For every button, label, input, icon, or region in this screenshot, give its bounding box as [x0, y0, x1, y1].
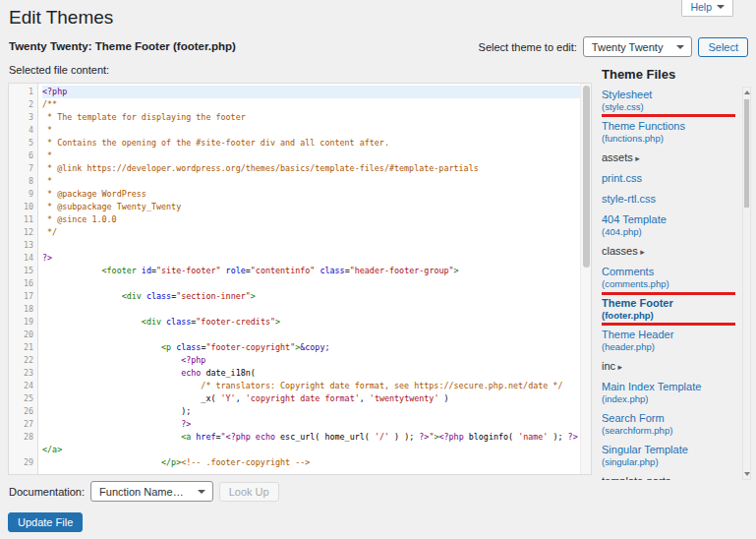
- documentation-select[interactable]: Function Name…: [90, 481, 213, 502]
- documentation-row: Documentation: Function Name… Look Up: [9, 481, 279, 502]
- theme-file-filename: (404.php): [602, 226, 735, 237]
- lookup-button[interactable]: Look Up: [219, 482, 279, 502]
- theme-file-label: print.css: [602, 172, 735, 185]
- code-line[interactable]: *: [42, 150, 580, 162]
- code-line[interactable]: * @link https://developer.wordpress.org/…: [42, 162, 580, 175]
- documentation-label: Documentation:: [9, 486, 85, 498]
- code-line[interactable]: * @package WordPress: [42, 188, 580, 201]
- theme-file-label: assets ▸: [602, 151, 735, 165]
- line-number: 7: [9, 162, 33, 175]
- code-editor[interactable]: 1234567891011121314151617181920212223242…: [8, 83, 592, 475]
- theme-file-link[interactable]: print.css: [602, 172, 735, 185]
- code-line[interactable]: [42, 303, 580, 316]
- line-number: 8: [9, 175, 33, 188]
- theme-file-filename: (functions.php): [602, 133, 735, 144]
- folder-expand-icon: ▸: [633, 153, 640, 163]
- line-number: 20: [9, 329, 33, 341]
- scroll-up-icon[interactable]: [744, 90, 750, 94]
- theme-file-label: template-parts ▸: [602, 475, 735, 480]
- chevron-down-icon: [717, 5, 725, 9]
- line-number: 28: [9, 431, 33, 444]
- line-number: [9, 444, 33, 456]
- theme-file-link[interactable]: style-rtl.css: [602, 193, 735, 206]
- line-number: 4: [9, 124, 33, 137]
- update-file-button[interactable]: Update File: [8, 512, 83, 532]
- code-lines[interactable]: <?php/** * The template for displaying t…: [38, 84, 580, 474]
- theme-file-link[interactable]: Theme Functions(functions.php): [602, 120, 735, 144]
- folder-expand-icon: ▸: [615, 362, 622, 372]
- code-line[interactable]: [42, 277, 580, 290]
- line-number: 14: [9, 252, 33, 265]
- code-line[interactable]: /**: [42, 98, 580, 111]
- sidebar-scrollbar[interactable]: [742, 87, 751, 480]
- code-line[interactable]: *: [42, 175, 580, 188]
- code-line[interactable]: * Contains the opening of the #site-foot…: [42, 137, 580, 150]
- line-number: 15: [9, 265, 33, 277]
- select-theme-button[interactable]: Select: [698, 37, 748, 57]
- theme-file-link[interactable]: Stylesheet(style.css): [602, 89, 735, 112]
- code-line[interactable]: </a>: [42, 444, 580, 456]
- code-line[interactable]: ?>: [42, 418, 580, 431]
- theme-file-link[interactable]: Comments(comments.php): [602, 266, 735, 289]
- code-line[interactable]: /* translators: Copyright date format, s…: [42, 380, 580, 392]
- theme-file-link[interactable]: Search Form(searchform.php): [602, 412, 735, 436]
- theme-file-label: Singular Template: [602, 444, 735, 456]
- line-number: 12: [9, 226, 33, 239]
- theme-file-filename: (style.css): [602, 101, 735, 112]
- code-line[interactable]: */: [42, 226, 580, 239]
- code-line[interactable]: <div class="footer-credits">: [42, 316, 580, 329]
- chevron-down-icon: [676, 45, 684, 49]
- theme-select-group: Select theme to edit: Twenty Twenty Sele…: [479, 36, 748, 57]
- current-file-heading: Twenty Twenty: Theme Footer (footer.php): [9, 40, 236, 52]
- code-line[interactable]: <footer id="site-footer" role="contentin…: [42, 265, 580, 277]
- scroll-down-icon[interactable]: [744, 472, 750, 476]
- line-number: 9: [9, 188, 33, 201]
- theme-file-label: inc ▸: [602, 360, 735, 374]
- theme-file-label: Theme Footer: [602, 297, 735, 310]
- code-line[interactable]: <a href="<?php echo esc_url( home_url( '…: [42, 431, 580, 444]
- code-line[interactable]: * @subpackage Twenty_Twenty: [42, 201, 580, 213]
- code-line[interactable]: <p class="footer-copyright">&copy;: [42, 341, 580, 354]
- line-number: 25: [9, 392, 33, 405]
- theme-file-link[interactable]: Main Index Template(index.php): [602, 381, 735, 404]
- code-line[interactable]: [42, 329, 580, 341]
- code-line[interactable]: <?php: [42, 354, 580, 367]
- theme-select[interactable]: Twenty Twenty: [583, 36, 693, 57]
- theme-folder-item[interactable]: inc ▸: [602, 360, 735, 374]
- code-line[interactable]: _x( 'Y', 'copyright date format', 'twent…: [42, 392, 580, 405]
- theme-file-label: Comments: [602, 266, 735, 278]
- line-number: 27: [9, 418, 33, 431]
- editor-scrollbar-thumb[interactable]: [583, 86, 590, 268]
- theme-file-filename: (singular.php): [602, 456, 735, 467]
- theme-file-label: style-rtl.css: [602, 193, 735, 206]
- code-line[interactable]: );: [42, 405, 580, 418]
- theme-folder-item[interactable]: classes ▸: [602, 245, 735, 259]
- theme-file-link[interactable]: Theme Header(header.php): [602, 329, 735, 352]
- theme-file-label: Theme Functions: [602, 120, 735, 133]
- code-line[interactable]: echo date_i18n(: [42, 367, 580, 380]
- code-line[interactable]: ?>: [42, 252, 580, 265]
- theme-select-value: Twenty Twenty: [592, 41, 664, 53]
- theme-file-link[interactable]: 404 Template(404.php): [602, 213, 735, 237]
- theme-file-link[interactable]: Theme Footer(footer.php): [602, 297, 735, 321]
- page-title: Edit Themes: [9, 7, 113, 29]
- code-line[interactable]: * The template for displaying the footer: [42, 111, 580, 124]
- theme-file-link[interactable]: Singular Template(singular.php): [602, 444, 735, 467]
- select-theme-label: Select theme to edit:: [479, 41, 577, 53]
- code-line[interactable]: <div class="section-inner">: [42, 290, 580, 303]
- code-line[interactable]: <?php: [42, 86, 580, 98]
- theme-file-label: 404 Template: [602, 213, 735, 226]
- code-line[interactable]: </p><!-- .footer-copyright -->: [42, 456, 580, 469]
- code-line[interactable]: * @since 1.0.0: [42, 213, 580, 226]
- code-line[interactable]: *: [42, 124, 580, 137]
- code-line[interactable]: [42, 239, 580, 252]
- theme-folder-item[interactable]: assets ▸: [602, 151, 735, 165]
- theme-file-filename: (searchform.php): [602, 425, 735, 436]
- help-button[interactable]: Help: [681, 0, 733, 17]
- documentation-select-value: Function Name…: [99, 486, 184, 498]
- theme-folder-item[interactable]: template-parts ▸: [602, 475, 735, 480]
- theme-file-filename: (comments.php): [602, 278, 735, 289]
- line-number: 22: [9, 354, 33, 367]
- sidebar-scrollbar-thumb[interactable]: [744, 99, 749, 208]
- editor-scrollbar[interactable]: [580, 84, 591, 474]
